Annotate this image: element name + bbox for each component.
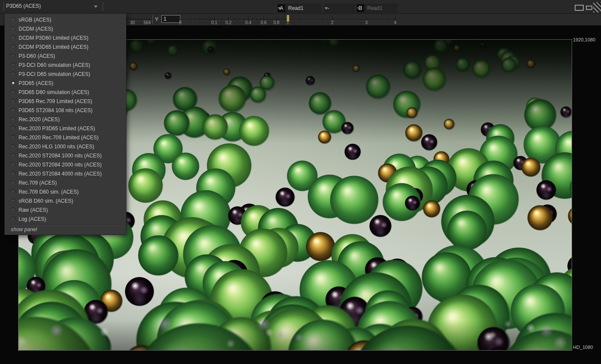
slider-tick-label: 0.6 bbox=[261, 20, 267, 25]
radio-icon bbox=[11, 153, 16, 158]
proxy-rect-icon[interactable] bbox=[586, 6, 592, 10]
viewer-colorspace-value: P3D65 (ACES) bbox=[6, 3, 41, 9]
menu-item[interactable]: Raw (ACES) bbox=[5, 205, 126, 214]
slider-tick bbox=[228, 17, 229, 20]
slider-tick bbox=[359, 18, 359, 20]
menu-item-label: DCDM P3D65 Limited (ACES) bbox=[19, 44, 88, 50]
slider-tick bbox=[207, 18, 207, 20]
slider-tick-label: 0.1 bbox=[211, 20, 217, 25]
radio-icon bbox=[11, 135, 16, 140]
slider-tick bbox=[322, 18, 323, 20]
viewer-colorspace-dropdown[interactable]: P3D65 (ACES) bbox=[4, 0, 103, 13]
menu-show-panel-label: show panel bbox=[11, 226, 37, 232]
radio-icon bbox=[11, 162, 16, 167]
gamma-slider-handle[interactable] bbox=[286, 15, 289, 22]
menu-item-label: Rec.2020 (ACES) bbox=[19, 116, 60, 122]
slider-tick bbox=[214, 17, 215, 20]
radio-icon bbox=[11, 17, 16, 22]
input-b-dropdown[interactable]: B Read1 bbox=[356, 4, 397, 13]
radio-icon bbox=[11, 35, 16, 40]
slider-tick bbox=[395, 17, 396, 20]
blend-mode-dropdown[interactable]: - bbox=[324, 4, 355, 13]
menu-item-label: DCDM (ACES) bbox=[19, 26, 53, 32]
slider-tick bbox=[388, 18, 389, 20]
menu-item[interactable]: sRGB D60 sim. (ACES) bbox=[5, 196, 126, 205]
radio-icon bbox=[11, 189, 16, 194]
chevron-down-icon bbox=[324, 7, 328, 9]
radio-icon bbox=[11, 53, 16, 58]
menu-item[interactable]: DCDM P3D60 Limited (ACES) bbox=[5, 33, 126, 42]
menu-item[interactable]: Rec.2020 Rec.709 Limited (ACES) bbox=[5, 133, 126, 142]
radio-icon bbox=[11, 99, 16, 104]
radio-icon bbox=[11, 81, 16, 85]
menu-item[interactable]: DCDM P3D65 Limited (ACES) bbox=[5, 42, 126, 51]
menu-item-label: P3D65 ST2084 108 nits (ACES) bbox=[19, 107, 92, 113]
menu-item[interactable]: P3-DCI D60 simulation (ACES) bbox=[5, 60, 126, 69]
menu-item[interactable]: P3D65 ST2084 108 nits (ACES) bbox=[5, 106, 126, 115]
menu-item[interactable]: Rec.2020 ST2084 4000 nits (ACES) bbox=[5, 169, 126, 178]
slider-tick bbox=[195, 18, 196, 20]
menu-item[interactable]: Rec.2020 P3D65 Limited (ACES) bbox=[5, 124, 126, 133]
slider-tick-label: 0.8 bbox=[274, 20, 280, 25]
slider-tick bbox=[234, 18, 235, 20]
colorspace-menu: sRGB (ACES)DCDM (ACES)DCDM P3D60 Limited… bbox=[4, 13, 126, 235]
slider-tick bbox=[222, 18, 222, 20]
slider-tick bbox=[267, 18, 267, 20]
slider-tick-label: 4 bbox=[394, 20, 396, 25]
toolbar-separator bbox=[103, 2, 103, 11]
slider-tick-label: 30 bbox=[130, 20, 135, 25]
slider-tick-label: 0.4 bbox=[245, 20, 252, 25]
menu-item-label: Raw (ACES) bbox=[19, 207, 48, 213]
slider-tick bbox=[135, 18, 136, 20]
input-a-dropdown[interactable]: A Read1 bbox=[277, 4, 321, 13]
menu-item[interactable]: P3-D60 (ACES) bbox=[5, 51, 126, 60]
menu-show-panel[interactable]: show panel bbox=[5, 224, 126, 234]
menu-item[interactable]: Rec.709 D60 sim. (ACES) bbox=[5, 187, 126, 196]
toolbar-separator bbox=[152, 15, 153, 24]
menu-item[interactable]: Rec.709 (ACES) bbox=[5, 178, 126, 187]
gamma-value-input[interactable] bbox=[161, 15, 180, 23]
input-b-value: Read1 bbox=[364, 5, 397, 11]
radio-icon bbox=[11, 90, 16, 94]
format-label: HD_1080 bbox=[573, 345, 593, 350]
menu-item-label: Rec.709 D60 sim. (ACES) bbox=[19, 189, 79, 195]
slider-tick bbox=[205, 18, 205, 20]
menu-item-label: P3-DCI D65 simulation (ACES) bbox=[19, 71, 90, 77]
blend-mode-value: - bbox=[324, 5, 354, 11]
radio-icon bbox=[11, 44, 16, 49]
menu-item[interactable]: P3D65 Rec.709 Limited (ACES) bbox=[5, 97, 126, 106]
corner-grip-icon[interactable] bbox=[593, 2, 601, 13]
slider-tick-label: 3 bbox=[365, 20, 368, 25]
radio-icon bbox=[11, 217, 16, 221]
slider-tick bbox=[209, 18, 209, 20]
menu-item-label: Rec.2020 HLG 1000 nits (ACES) bbox=[19, 144, 94, 150]
slider-tick bbox=[244, 18, 244, 20]
menu-item[interactable]: Rec.2020 (ACES) bbox=[5, 115, 126, 124]
menu-item-label: Rec.2020 P3D65 Limited (ACES) bbox=[19, 126, 95, 132]
menu-item[interactable]: P3D65 (ACES) bbox=[5, 78, 126, 88]
menu-item[interactable]: Rec.2020 ST2084 1000 nits (ACES) bbox=[5, 151, 126, 160]
radio-icon bbox=[11, 171, 16, 176]
slider-tick bbox=[342, 18, 342, 20]
menu-item-label: P3D65 (ACES) bbox=[19, 80, 53, 86]
frame-format-icon[interactable] bbox=[575, 5, 584, 11]
slider-tick-label: 564 bbox=[144, 20, 151, 25]
radio-icon bbox=[11, 126, 16, 131]
menu-item[interactable]: DCDM (ACES) bbox=[5, 24, 126, 33]
menu-item-label: Log (ACES) bbox=[19, 216, 46, 222]
slider-tick bbox=[239, 18, 239, 20]
slider-tick bbox=[374, 18, 374, 20]
radio-icon bbox=[11, 63, 16, 67]
radio-icon bbox=[11, 144, 16, 149]
menu-item[interactable]: P3-DCI D65 simulation (ACES) bbox=[5, 69, 126, 78]
menu-item[interactable]: P3D65 D60 simulation (ACES) bbox=[5, 88, 126, 97]
resolution-label: 1920,1080 bbox=[573, 37, 595, 42]
menu-item[interactable]: Log (ACES) bbox=[5, 214, 126, 223]
input-a-value: Read1 bbox=[285, 5, 320, 11]
menu-item[interactable]: sRGB (ACES) bbox=[5, 15, 126, 24]
gamma-label: Y bbox=[155, 16, 158, 22]
menu-item[interactable]: Rec.2020 ST2084 2000 nits (ACES) bbox=[5, 160, 126, 169]
slider-tick bbox=[312, 18, 312, 20]
viewer-toolbar-top: P3D65 (ACES) A Read1 - B Read1 bbox=[0, 0, 601, 14]
menu-item[interactable]: Rec.2020 HLG 1000 nits (ACES) bbox=[5, 142, 126, 151]
